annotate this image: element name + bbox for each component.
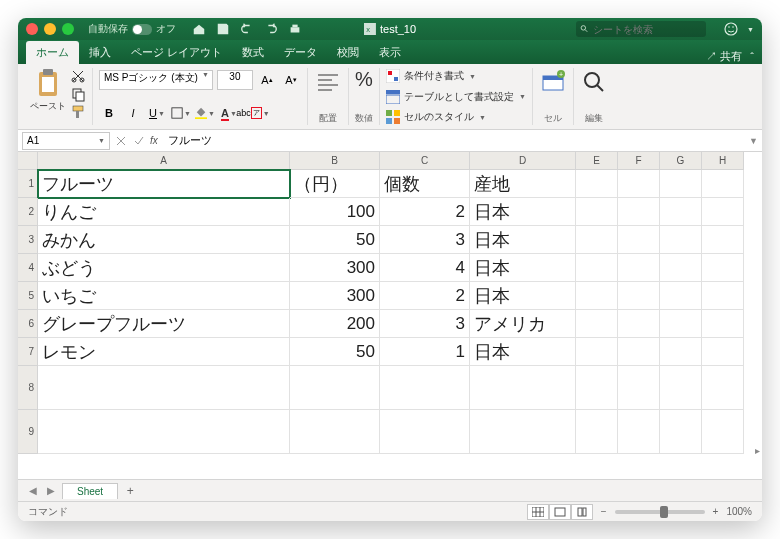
percent-icon[interactable]: % xyxy=(355,68,373,91)
search-box[interactable] xyxy=(576,21,706,37)
cell[interactable] xyxy=(618,410,660,454)
cell[interactable]: 産地 xyxy=(470,170,576,198)
cell[interactable] xyxy=(702,366,744,410)
cell[interactable]: 3 xyxy=(380,310,470,338)
cell[interactable]: 個数 xyxy=(380,170,470,198)
cell[interactable] xyxy=(380,410,470,454)
table-format-button[interactable]: テーブルとして書式設定▼ xyxy=(386,89,526,105)
minimize-window-button[interactable] xyxy=(44,23,56,35)
sheet-area[interactable]: ABCDEFGH1フルーツ（円）個数産地2りんご1002日本3みかん503日本4… xyxy=(18,152,762,479)
increase-font-icon[interactable]: A▴ xyxy=(257,70,277,90)
cell[interactable]: 100 xyxy=(290,198,380,226)
find-icon[interactable] xyxy=(580,68,608,96)
select-all-corner[interactable] xyxy=(18,152,38,170)
cell[interactable]: 50 xyxy=(290,338,380,366)
tab-formulas[interactable]: 数式 xyxy=(232,41,274,64)
row-header[interactable]: 3 xyxy=(18,226,38,254)
zoom-in-button[interactable]: + xyxy=(713,506,719,517)
cell[interactable] xyxy=(470,410,576,454)
cut-icon[interactable] xyxy=(70,68,86,84)
cell[interactable] xyxy=(660,338,702,366)
cell[interactable] xyxy=(618,310,660,338)
cell[interactable]: 日本 xyxy=(470,282,576,310)
cell[interactable] xyxy=(660,310,702,338)
fx-icon[interactable]: fx xyxy=(150,135,158,146)
cell[interactable] xyxy=(660,366,702,410)
row-header[interactable]: 5 xyxy=(18,282,38,310)
cell[interactable]: 200 xyxy=(290,310,380,338)
cell[interactable]: 2 xyxy=(380,282,470,310)
cell[interactable] xyxy=(660,410,702,454)
cell[interactable]: 日本 xyxy=(470,254,576,282)
copy-icon[interactable] xyxy=(70,86,86,102)
tab-insert[interactable]: 挿入 xyxy=(79,41,121,64)
cell[interactable] xyxy=(618,282,660,310)
cell[interactable] xyxy=(702,282,744,310)
column-header[interactable]: F xyxy=(618,152,660,170)
cell[interactable]: 300 xyxy=(290,254,380,282)
row-header[interactable]: 4 xyxy=(18,254,38,282)
tab-data[interactable]: データ xyxy=(274,41,327,64)
cell[interactable] xyxy=(702,198,744,226)
cell[interactable] xyxy=(702,226,744,254)
cell[interactable]: 日本 xyxy=(470,198,576,226)
zoom-slider[interactable] xyxy=(615,510,705,514)
cell[interactable] xyxy=(618,254,660,282)
cell[interactable]: いちご xyxy=(38,282,290,310)
zoom-out-button[interactable]: − xyxy=(601,506,607,517)
page-break-view-button[interactable] xyxy=(571,504,593,520)
name-box[interactable]: A1▼ xyxy=(22,132,110,150)
cell[interactable] xyxy=(702,410,744,454)
undo-icon[interactable] xyxy=(240,22,254,36)
tab-home[interactable]: ホーム xyxy=(26,41,79,64)
cell[interactable] xyxy=(660,282,702,310)
cell[interactable]: 300 xyxy=(290,282,380,310)
normal-view-button[interactable] xyxy=(527,504,549,520)
cell[interactable] xyxy=(576,198,618,226)
formula-input[interactable] xyxy=(162,135,745,147)
font-name-select[interactable]: MS Pゴシック (本文)▼ xyxy=(99,70,213,90)
cell[interactable]: （円） xyxy=(290,170,380,198)
cell[interactable]: 4 xyxy=(380,254,470,282)
cell[interactable] xyxy=(576,338,618,366)
cell[interactable] xyxy=(290,366,380,410)
cell[interactable]: 50 xyxy=(290,226,380,254)
cell[interactable] xyxy=(660,170,702,198)
cell[interactable] xyxy=(576,282,618,310)
cell[interactable] xyxy=(702,254,744,282)
page-layout-view-button[interactable] xyxy=(549,504,571,520)
redo-icon[interactable] xyxy=(264,22,278,36)
cell[interactable] xyxy=(702,170,744,198)
cell[interactable]: りんご xyxy=(38,198,290,226)
enter-icon[interactable] xyxy=(132,134,146,148)
row-header[interactable]: 2 xyxy=(18,198,38,226)
cell[interactable] xyxy=(576,254,618,282)
cell[interactable] xyxy=(38,366,290,410)
search-input[interactable] xyxy=(593,24,702,35)
cell[interactable] xyxy=(290,410,380,454)
close-window-button[interactable] xyxy=(26,23,38,35)
cell[interactable] xyxy=(470,366,576,410)
border-button[interactable]: ▼ xyxy=(171,103,191,123)
column-header[interactable]: A xyxy=(38,152,290,170)
tab-view[interactable]: 表示 xyxy=(369,41,411,64)
autosave-toggle[interactable]: 自動保存 オフ xyxy=(88,22,176,36)
cell[interactable] xyxy=(660,198,702,226)
column-header[interactable]: H xyxy=(702,152,744,170)
cell[interactable] xyxy=(702,310,744,338)
cell[interactable] xyxy=(618,366,660,410)
print-icon[interactable] xyxy=(288,22,302,36)
paste-button[interactable]: ペースト xyxy=(30,68,66,113)
tab-layout[interactable]: ページ レイアウト xyxy=(121,41,232,64)
cell[interactable]: フルーツ xyxy=(38,170,290,198)
fill-color-button[interactable]: ▼ xyxy=(195,103,215,123)
cell[interactable] xyxy=(38,410,290,454)
sheet-next-button[interactable]: ▶ xyxy=(44,484,58,498)
bold-button[interactable]: B xyxy=(99,103,119,123)
cell[interactable] xyxy=(618,338,660,366)
sheet-prev-button[interactable]: ◀ xyxy=(26,484,40,498)
cell[interactable]: アメリカ xyxy=(470,310,576,338)
cancel-icon[interactable] xyxy=(114,134,128,148)
row-header[interactable]: 1 xyxy=(18,170,38,198)
alignment-icon[interactable] xyxy=(314,68,342,96)
